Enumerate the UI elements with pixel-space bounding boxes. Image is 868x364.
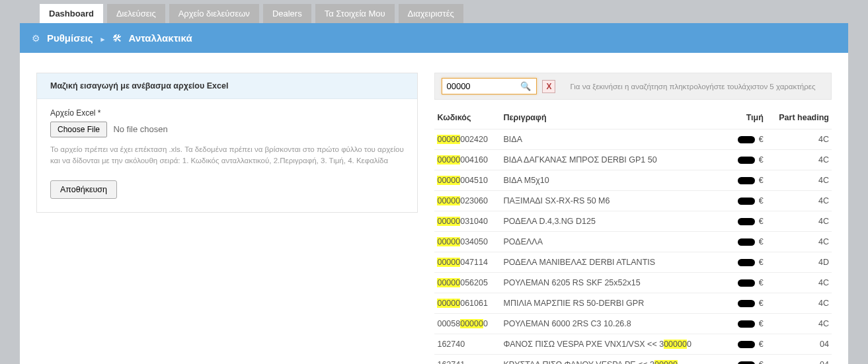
table-row[interactable]: 162740ΦΑΝΟΣ ΠΙΣΩ VESPA PXE VNX1/VSX << 3… xyxy=(434,334,832,355)
redacted-price xyxy=(738,177,755,184)
cell-desc: ΒΙΔΑ xyxy=(501,129,730,150)
app-container: DashboardΔιελεύσειςΑρχείο διελεύσεωνDeal… xyxy=(20,0,848,364)
content: Μαζική εισαγωγή με ανέβασμα αρχείου Exce… xyxy=(20,53,848,364)
redacted-price xyxy=(738,157,755,164)
cell-price: € xyxy=(730,252,766,273)
cell-heading: 4C xyxy=(766,293,832,314)
table-row[interactable]: 00000056205ΡΟΥΛΕΜΑΝ 6205 RS SKF 25x52x15… xyxy=(434,273,832,293)
cell-desc: ΜΠΙΛΙΑ ΜΑΡΣΠΙΕ RS 50-DERBI GPR xyxy=(501,293,730,314)
gear-icon xyxy=(32,32,40,44)
cell-code: 00000061061 xyxy=(434,293,500,314)
table-row[interactable]: 162741ΚΡΥΣΤΑΛ ΠΙΣΩ ΦΑΝΟΥ VESPA PE << 300… xyxy=(434,355,832,365)
tab-dashboard[interactable]: Dashboard xyxy=(40,4,103,23)
cell-code: 162740 xyxy=(434,334,500,355)
breadcrumb-page: Ανταλλακτικά xyxy=(128,32,192,44)
table-row[interactable]: 00058000000ΡΟΥΛΕΜΑΝ 6000 2RS C3 10.26.8 … xyxy=(434,314,832,334)
cell-desc: ΡΟΔΕΛΑ D.4,3.NG D125 xyxy=(501,211,730,232)
cell-heading: 4D xyxy=(766,252,832,273)
tab-διελεύσεις[interactable]: Διελεύσεις xyxy=(107,4,165,23)
arrow-icon xyxy=(100,32,106,44)
tab-αρχείο-διελεύσεων[interactable]: Αρχείο διελεύσεων xyxy=(169,4,259,23)
cell-heading: 04 xyxy=(766,355,832,365)
table-row[interactable]: 00000061061ΜΠΙΛΙΑ ΜΑΡΣΠΙΕ RS 50-DERBI GP… xyxy=(434,293,832,314)
clear-search-button[interactable]: X xyxy=(542,80,555,93)
choose-file-button[interactable]: Choose File xyxy=(50,122,107,137)
cell-desc: ΡΟΔΕΛΛΑ xyxy=(501,232,730,252)
cell-price: € xyxy=(730,191,766,211)
cell-code: 00000004160 xyxy=(434,150,500,170)
cell-price: € xyxy=(730,170,766,191)
col-heading[interactable]: Part heading xyxy=(766,109,832,129)
upload-panel-title: Μαζική εισαγωγή με ανέβασμα αρχείου Exce… xyxy=(37,73,417,99)
cell-price: € xyxy=(730,293,766,314)
redacted-price xyxy=(738,279,755,287)
cell-heading: 04 xyxy=(766,334,832,355)
cell-heading: 4C xyxy=(766,129,832,150)
cell-heading: 4C xyxy=(766,314,832,334)
col-price[interactable]: Τιμή xyxy=(730,109,766,129)
breadcrumb-settings[interactable]: Ρυθμίσεις xyxy=(47,32,93,44)
cell-code: 00000056205 xyxy=(434,273,500,293)
redacted-price xyxy=(738,136,755,143)
main-tabs: DashboardΔιελεύσειςΑρχείο διελεύσεωνDeal… xyxy=(20,0,848,23)
search-input[interactable] xyxy=(445,80,518,92)
redacted-price xyxy=(738,341,755,348)
cell-code: 00000023060 xyxy=(434,191,500,211)
search-icon[interactable]: 🔍 xyxy=(518,81,533,91)
cell-desc: ΦΑΝΟΣ ΠΙΣΩ VESPA PXE VNX1/VSX << 3000000 xyxy=(501,334,730,355)
cell-price: € xyxy=(730,273,766,293)
table-row[interactable]: 00000002420ΒΙΔΑ €4C xyxy=(434,129,832,150)
redacted-price xyxy=(738,259,755,266)
results-table: Κωδικός Περιγραφή Τιμή Part heading 0000… xyxy=(434,109,832,364)
redacted-price xyxy=(738,300,755,307)
cell-code: 00058000000 xyxy=(434,314,500,334)
redacted-price xyxy=(738,320,755,328)
search-bar: 🔍 X Για να ξεκινήσει η αναζήτηση πληκτρο… xyxy=(434,73,832,100)
table-row[interactable]: 00000047114ΡΟΔΕΛΑ ΜΑΝΙΒΕΛΑΣ DERBI ATLANT… xyxy=(434,252,832,273)
cell-code: 00000004510 xyxy=(434,170,500,191)
cell-price: € xyxy=(730,129,766,150)
upload-panel: Μαζική εισαγωγή με ανέβασμα αρχείου Exce… xyxy=(36,73,418,213)
breadcrumb: Ρυθμίσεις Ανταλλακτικά xyxy=(20,23,848,53)
cell-heading: 4C xyxy=(766,232,832,252)
cell-heading: 4C xyxy=(766,150,832,170)
search-hint: Για να ξεκινήσει η αναζήτηση πληκτρολογή… xyxy=(570,83,815,91)
cell-desc: ΒΙΔΑ M5χ10 xyxy=(501,170,730,191)
cell-code: 00000031040 xyxy=(434,211,500,232)
cell-price: € xyxy=(730,334,766,355)
cell-desc: ΡΟΥΛΕΜΑΝ 6000 2RS C3 10.26.8 xyxy=(501,314,730,334)
cell-heading: 4C xyxy=(766,273,832,293)
cell-heading: 4C xyxy=(766,191,832,211)
cell-desc: ΡΟΔΕΛΑ ΜΑΝΙΒΕΛΑΣ DERBI ATLANTIS xyxy=(501,252,730,273)
cell-heading: 4C xyxy=(766,170,832,191)
table-row[interactable]: 00000031040ΡΟΔΕΛΑ D.4,3.NG D125 €4C xyxy=(434,211,832,232)
cell-price: € xyxy=(730,314,766,334)
file-status: No file chosen xyxy=(113,124,167,134)
cell-code: 00000034050 xyxy=(434,232,500,252)
cell-price: € xyxy=(730,355,766,365)
table-row[interactable]: 00000034050ΡΟΔΕΛΛΑ €4C xyxy=(434,232,832,252)
redacted-price xyxy=(738,198,755,205)
cell-price: € xyxy=(730,232,766,252)
cell-price: € xyxy=(730,211,766,232)
cell-desc: ΡΟΥΛΕΜΑΝ 6205 RS SKF 25x52x15 xyxy=(501,273,730,293)
table-row[interactable]: 00000023060ΠΑΞΙΜΑΔΙ SX-RX-RS 50 M6 €4C xyxy=(434,191,832,211)
cell-code: 162741 xyxy=(434,355,500,365)
cell-price: € xyxy=(730,150,766,170)
redacted-price xyxy=(738,218,755,225)
redacted-price xyxy=(738,238,755,246)
cell-code: 00000002420 xyxy=(434,129,500,150)
upload-hint: Το αρχείο πρέπει να έχει επέκταση .xls. … xyxy=(50,144,404,167)
cell-desc: ΚΡΥΣΤΑΛ ΠΙΣΩ ΦΑΝΟΥ VESPA PE << 300000 xyxy=(501,355,730,365)
tab-dealers[interactable]: Dealers xyxy=(263,4,311,23)
col-desc[interactable]: Περιγραφή xyxy=(501,109,730,129)
col-code[interactable]: Κωδικός xyxy=(434,109,500,129)
cell-desc: ΠΑΞΙΜΑΔΙ SX-RX-RS 50 M6 xyxy=(501,191,730,211)
redacted-price xyxy=(738,361,755,364)
table-row[interactable]: 00000004160ΒΙΔΑ ΔΑΓΚΑΝΑΣ ΜΠΡΟΣ DERBI GP1… xyxy=(434,150,832,170)
table-row[interactable]: 00000004510ΒΙΔΑ M5χ10 €4C xyxy=(434,170,832,191)
cell-heading: 4C xyxy=(766,211,832,232)
tab-διαχειριστές[interactable]: Διαχειριστές xyxy=(399,4,463,23)
tab-τα-στοιχεία-μου[interactable]: Τα Στοιχεία Μου xyxy=(315,4,395,23)
save-button[interactable]: Αποθήκευση xyxy=(50,180,117,199)
